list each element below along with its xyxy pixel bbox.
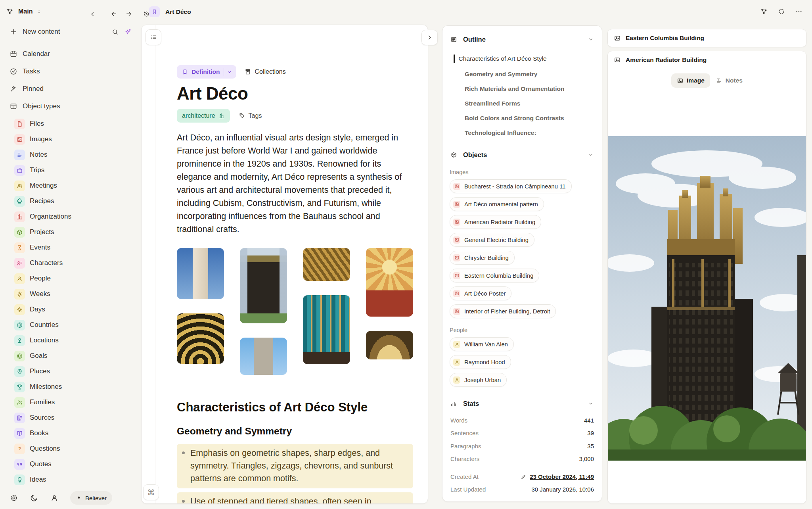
sidebar-type-item[interactable]: Projects <box>14 225 137 239</box>
sidebar-type-item[interactable]: Quotes <box>14 457 137 471</box>
image-object-pill[interactable]: General Electric Building <box>450 233 534 247</box>
sidebar-type-item[interactable]: People <box>14 271 137 286</box>
gallery-image[interactable] <box>366 331 413 359</box>
membership-badge[interactable]: Believer <box>70 491 112 505</box>
dark-mode-moon-icon[interactable] <box>30 494 38 502</box>
tab-notes[interactable]: Notes <box>716 77 743 84</box>
sidebar-type-label: Quotes <box>30 460 52 468</box>
chevron-down-icon[interactable] <box>588 152 594 158</box>
intro-paragraph[interactable]: Art Déco, an influential visual arts des… <box>177 131 413 236</box>
sidebar-type-item[interactable]: Characters <box>14 256 137 270</box>
collapse-sidebar-button[interactable] <box>86 8 98 20</box>
page-title[interactable]: Art Déco <box>177 84 413 104</box>
stats-section-header[interactable]: Stats <box>450 399 594 408</box>
ai-sparkle-icon[interactable] <box>124 28 132 36</box>
sidebar-type-item[interactable]: Days <box>14 302 137 317</box>
back-button[interactable] <box>108 8 120 20</box>
outline-item[interactable]: Geometry and Symmetry <box>465 71 594 78</box>
created-at-value[interactable]: 23 October 2024, 11:49 <box>530 473 594 480</box>
sidebar-type-item[interactable]: Countries <box>14 318 137 332</box>
outline-current-item[interactable]: Characteristics of Art Déco Style <box>454 54 594 63</box>
forward-button[interactable] <box>123 8 135 20</box>
image-object-pill[interactable]: American Radiator Building <box>450 215 541 229</box>
collections-button[interactable]: Collections <box>244 68 285 75</box>
breadcrumb[interactable]: Art Déco <box>149 6 191 17</box>
image-object-pill[interactable]: Art Déco ornamental pattern <box>450 197 544 211</box>
object-type-selector[interactable]: Definition <box>177 65 236 79</box>
sidebar-type-item[interactable]: Trips <box>14 163 137 177</box>
tag-architecture[interactable]: architecture <box>177 109 230 123</box>
sidebar-type-item[interactable]: Weeks <box>14 287 137 301</box>
outline-item[interactable]: Streamlined Forms <box>465 100 594 107</box>
person-object-pill[interactable]: Joseph Urban <box>450 373 507 387</box>
image-object-pill[interactable]: Chrysler Building <box>450 251 515 265</box>
sidebar-item[interactable]: Tasks <box>10 63 137 79</box>
new-content-button[interactable]: New content <box>10 23 137 40</box>
outline-item[interactable]: Technological Influence: <box>465 129 594 136</box>
chevron-down-icon[interactable] <box>588 36 594 42</box>
gallery-image[interactable] <box>366 248 413 317</box>
person-object-pill[interactable]: William Van Alen <box>450 337 514 351</box>
gallery-image[interactable] <box>177 313 224 364</box>
toc-button[interactable] <box>146 29 161 45</box>
graph-view-button[interactable] <box>760 8 768 15</box>
bullet-item[interactable]: Emphasis on geometric shapes, sharp edge… <box>177 444 413 488</box>
sidebar-type-item[interactable]: Milestones <box>14 380 137 394</box>
sidebar-type-item[interactable]: Places <box>14 364 137 378</box>
image-icon <box>454 255 460 260</box>
expand-panel-button[interactable] <box>421 30 438 45</box>
tab-image[interactable]: Image <box>671 73 710 88</box>
sidebar-type-label: Meetings <box>30 182 57 190</box>
sidebar-type-item[interactable]: Goals <box>14 349 137 363</box>
chevron-down-icon[interactable] <box>588 400 594 407</box>
image-object-pill[interactable]: Art Déco Poster <box>450 286 511 300</box>
settings-gear-icon[interactable] <box>10 494 18 502</box>
created-at-editor[interactable]: 23 October 2024, 11:49 <box>521 473 594 480</box>
sidebar-item[interactable]: Calendar <box>10 46 137 62</box>
chevron-down-icon[interactable] <box>226 69 232 75</box>
sidebar-type-item[interactable]: Events <box>14 240 137 255</box>
gallery-image[interactable] <box>303 248 350 281</box>
sidebar-type-item[interactable]: Files <box>14 117 137 131</box>
sidebar-type-item[interactable]: Books <box>14 426 137 440</box>
outline-item[interactable]: Rich Materials and Ornamentation <box>465 85 594 92</box>
person-object-pill[interactable]: Raymond Hood <box>450 355 511 369</box>
image-object-pill[interactable]: Bucharest - Strada Ion Câmpineanu 11 <box>450 179 572 193</box>
graph-icon <box>6 8 13 15</box>
gallery-image[interactable] <box>303 295 350 364</box>
sidebar-type-item[interactable]: Recipes <box>14 194 137 208</box>
search-icon[interactable] <box>111 28 119 36</box>
sidebar-type-item[interactable]: Families <box>14 395 137 409</box>
sidebar-type-item[interactable]: Organizations <box>14 209 137 224</box>
outline-section-header[interactable]: Outline <box>450 35 594 44</box>
preview-collapsed-card[interactable]: Eastern Columbia Building <box>607 29 806 47</box>
sidebar-type-item[interactable]: Notes <box>14 148 137 162</box>
sidebar-type-item[interactable]: Ideas <box>14 473 137 487</box>
section-heading[interactable]: Characteristics of Art Déco Style <box>177 400 413 415</box>
sidebar-type-item[interactable]: Locations <box>14 333 137 348</box>
objects-section-header[interactable]: Objects <box>450 150 594 159</box>
gallery-image[interactable] <box>240 248 287 323</box>
american-radiator-photo[interactable] <box>608 136 806 461</box>
sidebar-item[interactable]: Pinned <box>10 81 137 97</box>
preview-title-row[interactable]: American Radiator Building <box>608 51 806 69</box>
profile-person-icon[interactable] <box>50 494 59 502</box>
sidebar-type-item[interactable]: Sources <box>14 411 137 425</box>
image-object-pill[interactable]: Eastern Columbia Building <box>450 269 539 282</box>
sidebar-item[interactable]: Object types <box>10 98 137 114</box>
gallery-image[interactable] <box>177 248 224 299</box>
subsection-heading[interactable]: Geometry and Symmetry <box>177 426 413 437</box>
more-options-button[interactable] <box>795 8 802 15</box>
sidebar-type-item[interactable]: Images <box>14 132 137 146</box>
tags-property[interactable]: Tags <box>239 112 262 119</box>
outline-item[interactable]: Bold Colors and Strong Contrasts <box>465 115 594 122</box>
bullet-item[interactable]: Use of stepped and tiered shapes, often … <box>177 492 413 504</box>
sidebar-type-item[interactable]: Questions <box>14 442 137 456</box>
command-shortcut-button[interactable]: ⌘ <box>143 484 159 500</box>
space-switcher[interactable]: Main <box>6 8 42 15</box>
flame-icon <box>76 495 82 501</box>
sync-status-button[interactable] <box>778 8 785 15</box>
image-object-pill[interactable]: Interior of Fisher Building, Detroit <box>450 304 556 318</box>
gallery-image[interactable] <box>240 338 287 375</box>
sidebar-type-item[interactable]: Meetings <box>14 179 137 193</box>
